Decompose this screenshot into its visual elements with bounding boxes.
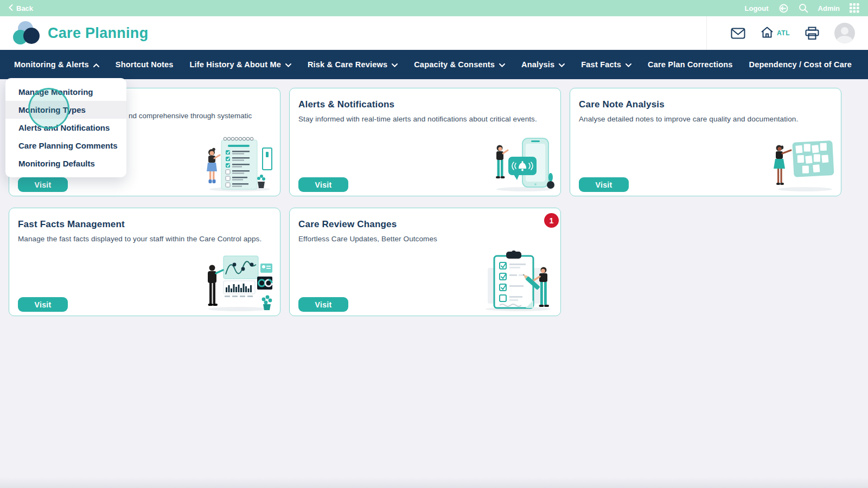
dropdown-item-alerts-notifications[interactable]: Alerts and Notifications bbox=[5, 119, 126, 137]
mail-icon[interactable] bbox=[731, 28, 745, 39]
header-actions: ATL bbox=[706, 16, 855, 50]
card-description: Effortless Care Updates, Better Outcomes bbox=[298, 235, 552, 243]
chevron-up-icon bbox=[93, 60, 99, 69]
logout-icon[interactable] bbox=[778, 3, 789, 14]
home-icon bbox=[761, 26, 774, 41]
card-title: Fast Facts Management bbox=[18, 219, 271, 230]
logout-label[interactable]: Logout bbox=[745, 4, 769, 12]
card-description-fragment: nd comprehensive through systematic bbox=[129, 112, 252, 120]
dropdown-item-monitoring-types[interactable]: Monitoring Types bbox=[5, 101, 126, 119]
back-button[interactable]: Back bbox=[9, 4, 33, 12]
dashboard-illustration bbox=[203, 253, 275, 312]
chevron-down-icon bbox=[626, 60, 631, 69]
user-avatar[interactable] bbox=[834, 23, 855, 43]
visit-button[interactable]: Visit bbox=[298, 177, 348, 192]
monitoring-alerts-dropdown: Manage Monitoring Monitoring Types Alert… bbox=[5, 78, 126, 177]
home-button[interactable]: ATL bbox=[761, 26, 790, 41]
card-description: Stay informed with real-time alerts and … bbox=[298, 115, 552, 123]
print-icon[interactable] bbox=[805, 27, 819, 40]
chevron-down-icon bbox=[392, 60, 398, 69]
chevron-down-icon bbox=[499, 60, 505, 69]
home-location-tag: ATL bbox=[777, 29, 790, 37]
main-nav: Monitoring & Alerts Shortcut Notes Life … bbox=[0, 50, 868, 79]
visit-button[interactable]: Visit bbox=[579, 177, 629, 192]
bottom-edge-shade bbox=[0, 477, 868, 488]
chevron-down-icon bbox=[285, 60, 291, 69]
card-title: Care Review Changes bbox=[298, 219, 552, 230]
nav-life-history[interactable]: Life History & About Me bbox=[190, 60, 291, 69]
card-title: Care Note Analysis bbox=[579, 99, 832, 110]
visit-button[interactable]: Visit bbox=[298, 297, 348, 312]
nav-fast-facts[interactable]: Fast Facts bbox=[581, 60, 631, 69]
nav-shortcut-notes[interactable]: Shortcut Notes bbox=[116, 60, 174, 69]
dropdown-item-care-planning-comments[interactable]: Care Planning Comments bbox=[5, 137, 126, 155]
visit-button[interactable]: Visit bbox=[18, 177, 68, 192]
cards-grid: nd comprehensive through systematic Visi… bbox=[9, 88, 841, 316]
card-description: Analyse detailed notes to improve care q… bbox=[579, 115, 832, 123]
page-title: Care Planning bbox=[48, 25, 148, 42]
apps-grid-icon[interactable] bbox=[850, 3, 859, 13]
chevron-down-icon bbox=[559, 60, 565, 69]
card-fast-facts-management: Fast Facts Management Manage the fast fa… bbox=[9, 208, 280, 316]
nav-care-plan-corrections[interactable]: Care Plan Corrections bbox=[648, 60, 733, 69]
app-logo bbox=[13, 21, 40, 46]
card-alerts-notifications: Alerts & Notifications Stay informed wit… bbox=[289, 88, 561, 196]
app-header: Care Planning ATL bbox=[0, 16, 868, 50]
chevron-left-icon bbox=[9, 4, 13, 12]
sticky-board-illustration bbox=[769, 134, 835, 192]
card-care-note-analysis: Care Note Analysis Analyse detailed note… bbox=[570, 88, 841, 196]
clipboard-review-illustration bbox=[480, 248, 555, 312]
nav-risk-care-reviews[interactable]: Risk & Care Reviews bbox=[308, 60, 398, 69]
dropdown-item-manage-monitoring[interactable]: Manage Monitoring bbox=[5, 83, 126, 101]
dropdown-item-monitoring-defaults[interactable]: Monitoring Defaults bbox=[5, 155, 126, 172]
card-title: Alerts & Notifications bbox=[298, 99, 552, 110]
visit-button[interactable]: Visit bbox=[18, 297, 68, 312]
nav-monitoring-alerts[interactable]: Monitoring & Alerts bbox=[14, 60, 99, 69]
nav-dependency-cost[interactable]: Dependency / Cost of Care bbox=[749, 60, 852, 69]
search-icon[interactable] bbox=[799, 3, 808, 13]
checklist-illustration bbox=[205, 132, 275, 192]
back-label: Back bbox=[16, 4, 33, 12]
top-bar: Back Logout Admin bbox=[0, 0, 868, 16]
card-care-review-changes: 1 Care Review Changes Effortless Care Up… bbox=[289, 208, 561, 316]
phone-alert-illustration bbox=[492, 135, 555, 192]
nav-capacity-consents[interactable]: Capacity & Consents bbox=[414, 60, 505, 69]
admin-label[interactable]: Admin bbox=[818, 4, 840, 12]
notification-count-badge: 1 bbox=[544, 213, 559, 228]
nav-analysis[interactable]: Analysis bbox=[521, 60, 565, 69]
top-bar-actions: Logout Admin bbox=[745, 3, 860, 14]
card-description: Manage the fast facts displayed to your … bbox=[18, 235, 271, 243]
